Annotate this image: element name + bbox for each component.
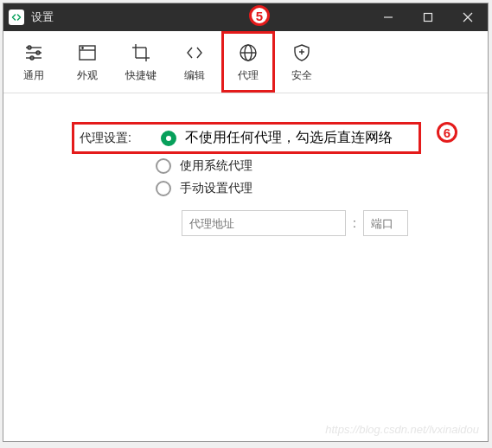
tab-shortcuts[interactable]: 快捷键 [114, 31, 168, 93]
tab-appearance[interactable]: 外观 [61, 31, 114, 93]
shield-icon [290, 41, 314, 65]
tab-proxy[interactable]: 代理 [221, 31, 275, 93]
sliders-icon [22, 41, 46, 65]
radio-icon [156, 158, 171, 174]
svg-rect-1 [425, 14, 432, 22]
radio-label: 不使用任何代理，勾选后直连网络 [185, 129, 393, 147]
tab-general[interactable]: 通用 [7, 31, 61, 93]
proxy-option-system[interactable]: 使用系统代理 [156, 158, 470, 174]
tab-label: 安全 [291, 68, 312, 83]
globe-icon [236, 41, 260, 65]
proxy-options-list: 使用系统代理 手动设置代理 [156, 158, 470, 196]
annotation-badge-5: 5 [249, 5, 270, 26]
proxy-option-manual[interactable]: 手动设置代理 [156, 181, 470, 196]
window-title: 设置 [31, 10, 368, 25]
crop-icon [129, 41, 153, 65]
tab-label: 代理 [238, 68, 259, 83]
tab-security[interactable]: 安全 [275, 31, 329, 93]
minimize-button[interactable] [368, 3, 408, 31]
proxy-option-none[interactable]: 不使用任何代理，勾选后直连网络 [161, 129, 393, 147]
content-area: 代理设置: 不使用任何代理，勾选后直连网络 使用系统代理 手动设置代理 : [3, 93, 488, 441]
tab-label: 快捷键 [125, 68, 157, 83]
window-icon [75, 41, 99, 65]
close-button[interactable] [448, 3, 488, 31]
settings-window: 5 6 设置 通用 外观 快捷键 [3, 3, 489, 442]
proxy-label: 代理设置: [80, 131, 161, 146]
annotation-badge-6: 6 [437, 122, 457, 143]
proxy-setting-row: 代理设置: 不使用任何代理，勾选后直连网络 [74, 125, 419, 151]
radio-icon [156, 181, 171, 196]
proxy-address-input[interactable] [182, 210, 346, 236]
maximize-button[interactable] [408, 3, 448, 31]
colon-separator: : [353, 216, 356, 230]
radio-icon [161, 131, 176, 146]
toolbar: 通用 外观 快捷键 编辑 代理 [3, 31, 488, 93]
tab-edit[interactable]: 编辑 [168, 31, 221, 93]
tab-label: 通用 [23, 68, 44, 83]
titlebar: 设置 [3, 3, 488, 31]
radio-label: 使用系统代理 [180, 158, 252, 174]
proxy-inputs: : [182, 210, 470, 236]
tab-label: 外观 [77, 68, 98, 83]
code-icon [182, 41, 207, 65]
tab-label: 编辑 [184, 68, 205, 83]
proxy-port-input[interactable] [363, 210, 408, 236]
window-controls [368, 3, 488, 31]
radio-label: 手动设置代理 [180, 181, 252, 196]
app-icon [9, 10, 24, 25]
svg-point-12 [82, 48, 83, 48]
watermark: https://blog.csdn.net/lvxinaidou [325, 423, 479, 436]
